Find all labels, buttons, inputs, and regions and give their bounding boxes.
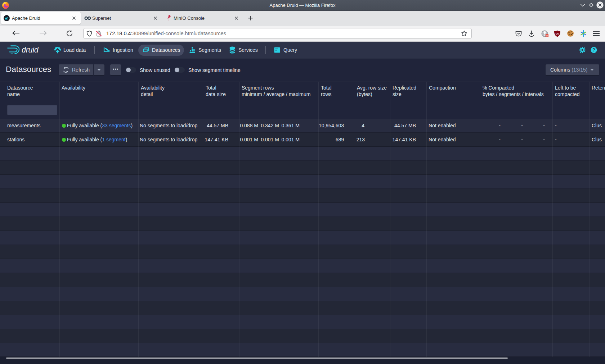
svg-text:UO: UO <box>556 32 559 35</box>
svg-text:?: ? <box>592 47 595 53</box>
